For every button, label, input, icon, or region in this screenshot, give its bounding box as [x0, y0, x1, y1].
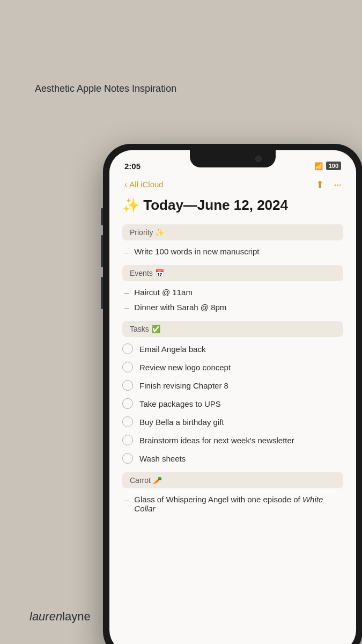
- tasks-header: Tasks ✅: [122, 321, 343, 337]
- battery-icon: 100: [326, 162, 341, 170]
- priority-item-1-text: Write 100 words in new manuscript: [134, 247, 259, 256]
- carrot-section: Carrot 🥕 – Glass of Whispering Angel wit…: [122, 472, 343, 513]
- brand-italic-part: lauren: [29, 610, 62, 623]
- dash-icon-3: –: [124, 303, 129, 312]
- nav-back-button[interactable]: ‹ All iCloud: [124, 180, 164, 189]
- checkbox-7[interactable]: [122, 453, 133, 464]
- task-2-text: Review new logo concept: [139, 363, 231, 372]
- phone-frame: 2:05 ️📶 100 ‹ All iCloud ⬆ ··· ✨ Today—J…: [103, 144, 362, 644]
- more-icon[interactable]: ···: [334, 178, 341, 191]
- dash-icon-2: –: [124, 288, 129, 297]
- task-item-6[interactable]: Brainstorm ideas for next week's newslet…: [122, 435, 343, 445]
- checkbox-5[interactable]: [122, 416, 133, 427]
- checkbox-6[interactable]: [122, 435, 133, 445]
- events-header: Events 📅: [122, 265, 343, 281]
- phone-screen: 2:05 ️📶 100 ‹ All iCloud ⬆ ··· ✨ Today—J…: [109, 150, 356, 644]
- dash-icon: –: [124, 247, 129, 257]
- status-icons: ️📶 100: [314, 162, 341, 170]
- priority-item-1: – Write 100 words in new manuscript: [122, 247, 343, 257]
- priority-header: Priority ✨: [122, 224, 343, 240]
- carrot-header: Carrot 🥕: [122, 472, 343, 488]
- page-title-text: Aesthetic Apple Notes Inspiration: [35, 83, 176, 94]
- brand-logo: laurenlayne: [29, 610, 91, 624]
- nav-back-label: All iCloud: [129, 180, 163, 189]
- event-item-2-text: Dinner with Sarah @ 8pm: [134, 303, 226, 312]
- wifi-icon: ️📶: [314, 162, 323, 170]
- task-item-3[interactable]: Finish revising Chapter 8: [122, 380, 343, 391]
- task-5-text: Buy Bella a birthday gift: [139, 418, 224, 427]
- event-item-2: – Dinner with Sarah @ 8pm: [122, 303, 343, 312]
- task-7-text: Wash sheets: [139, 454, 186, 463]
- brand-normal-part: layne: [62, 610, 91, 623]
- events-section: Events 📅 – Haircut @ 11am – Dinner with …: [122, 265, 343, 312]
- side-btn-1: [101, 208, 103, 225]
- task-item-4[interactable]: Take packages to UPS: [122, 398, 343, 409]
- checkbox-3[interactable]: [122, 380, 133, 391]
- tasks-section: Tasks ✅ Email Angela back Review new log…: [122, 321, 343, 464]
- checkbox-4[interactable]: [122, 398, 133, 409]
- notch: [190, 150, 276, 167]
- priority-section: Priority ✨ – Write 100 words in new manu…: [122, 224, 343, 257]
- carrot-item-1: – Glass of Whispering Angel with one epi…: [122, 495, 343, 513]
- task-item-2[interactable]: Review new logo concept: [122, 362, 343, 372]
- nav-actions: ⬆ ···: [316, 178, 341, 191]
- chevron-left-icon: ‹: [124, 180, 127, 189]
- task-item-1[interactable]: Email Angela back: [122, 343, 343, 354]
- share-icon[interactable]: ⬆: [316, 179, 324, 191]
- event-item-1-text: Haircut @ 11am: [134, 288, 193, 297]
- checkbox-2[interactable]: [122, 362, 133, 372]
- task-item-7[interactable]: Wash sheets: [122, 453, 343, 464]
- checkbox-1[interactable]: [122, 343, 133, 354]
- task-6-text: Brainstorm ideas for next week's newslet…: [139, 436, 294, 445]
- nav-bar: ‹ All iCloud ⬆ ···: [122, 174, 343, 197]
- carrot-item-1-text: Glass of Whispering Angel with one episo…: [134, 495, 343, 513]
- notch-camera: [255, 156, 262, 162]
- task-item-5[interactable]: Buy Bella a birthday gift: [122, 416, 343, 427]
- event-item-1: – Haircut @ 11am: [122, 288, 343, 297]
- side-btn-2: [101, 235, 103, 267]
- status-time: 2:05: [124, 162, 141, 171]
- task-3-text: Finish revising Chapter 8: [139, 381, 228, 390]
- notes-content[interactable]: ‹ All iCloud ⬆ ··· ✨ Today—June 12, 2024…: [109, 174, 356, 644]
- note-title: ✨ Today—June 12, 2024: [122, 197, 343, 214]
- task-4-text: Take packages to UPS: [139, 399, 221, 408]
- dash-icon-4: –: [124, 495, 129, 504]
- side-btn-3: [101, 277, 103, 309]
- task-1-text: Email Angela back: [139, 345, 205, 354]
